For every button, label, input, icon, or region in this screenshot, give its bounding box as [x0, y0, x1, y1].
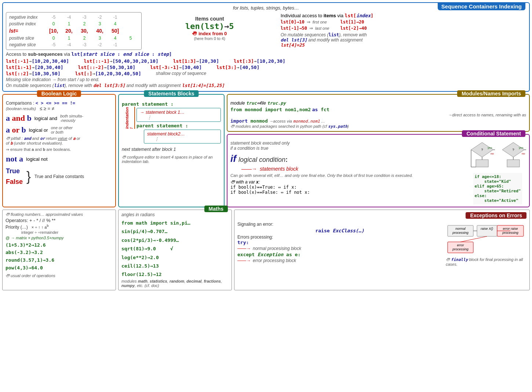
nslice-4: -2	[92, 41, 108, 48]
pslice-5: 4	[108, 35, 123, 41]
stmt-parent2: parent statement :	[136, 123, 221, 128]
bool-a-and-b: a and b	[6, 113, 32, 123]
lst-val-1: [10,	[46, 27, 61, 35]
slice-1-1: lst[:-1]→[10,20,30,40]	[6, 58, 69, 64]
flowchart-1: ? yes no	[469, 141, 495, 170]
bool-results: (boolean results)	[6, 106, 36, 111]
try-line: try:	[237, 240, 442, 245]
normal-block: ——→ normal procesising block	[237, 246, 442, 251]
lst-1: lst[-1]→50	[281, 26, 307, 31]
slice-row-2: lst[1:-1]→[20,30,40] lst[::-2]→[50,30,10…	[6, 65, 526, 70]
stmt-with-indent-1: indentation ! →statement block 1… ⋮ pare…	[122, 107, 221, 145]
error-arrow: ——→	[237, 258, 251, 263]
slice-2-2: lst[::-2]→[50,30,10]	[78, 65, 136, 70]
compare-ops: < > <= >= == !=	[36, 101, 75, 106]
pslice-1: 0	[46, 35, 61, 41]
priority: Priority (…) × ÷ ↑ ↑ ab integer ÷ ÷remai…	[6, 224, 113, 235]
pos-slice-label: positive slice	[9, 35, 46, 41]
bool-not-text: logical not	[26, 156, 48, 162]
access-code: lst[	[345, 13, 356, 18]
arr-sym-2: ⇒	[309, 26, 313, 31]
middle-row: Boolean Logic Comparisons : < > <= >= ==…	[2, 94, 530, 207]
arr-sym-1: ⇒	[307, 19, 310, 25]
top-section: Sequence Containers Indexing for lists, …	[2, 2, 530, 92]
last-label: last one	[315, 26, 329, 30]
errors-diagram: normal processing raise X() error proces…	[446, 222, 526, 266]
lst0: lst[0]→10	[281, 19, 305, 25]
errors-box: Exceptions on Errors Signaling an error:…	[234, 210, 530, 290]
svg-text:?: ?	[512, 148, 514, 152]
bool-title: Boolean Logic	[37, 90, 81, 97]
maths-fn-code: from math import sin,pi… sin(pi/4)→0.707…	[121, 219, 229, 279]
errors-flow-svg: normal processing raise X() error proces…	[446, 222, 526, 255]
pos-idx-4: 3	[92, 21, 108, 27]
lst-val-3: 30,	[77, 27, 92, 35]
lst1: lst[1]→20	[340, 19, 364, 25]
bool-var-section: 🖑 with a var x: if bool(x)==True: ⇔ if x…	[230, 179, 466, 195]
value-underline: value	[58, 136, 67, 141]
slice-1-3: lst[1:3]→[20,30]	[173, 58, 219, 64]
access-title: Individual access to items via lst[index…	[281, 13, 523, 18]
maths-float-box: 🖑 floating numbers… approximated values …	[2, 210, 116, 290]
slice-1-2: lst[::-1]→[50,40,30,20,10]	[84, 58, 158, 64]
svg-text:normal: normal	[455, 227, 466, 231]
math-code-4: pow(4,3)→64.0	[6, 264, 113, 272]
stmt-next: next statement after block 1	[122, 147, 221, 152]
cond-can-go: Can go with several elif, elif… and only…	[230, 173, 466, 178]
mod-line-2: from monmod import nom1,nom2 as fct	[230, 107, 526, 112]
len-code: len(lst)→5	[149, 22, 270, 31]
if-keyword: if	[230, 153, 236, 164]
flowcharts: ? yes no	[469, 141, 526, 170]
access-item-4: lst[-2]→40	[340, 26, 367, 31]
subseq-line: Access to sub-sequences via lst[start sl…	[6, 51, 526, 57]
modules-content: module truc⇔file truc.py from monmod imp…	[230, 101, 526, 129]
index-from-0: 🖑 index from 0	[149, 31, 270, 36]
errors-title: Exceptions on Errors	[466, 212, 526, 219]
svg-text:yes: yes	[488, 146, 492, 149]
svg-text:?: ?	[481, 148, 483, 152]
svg-text:no: no	[522, 152, 525, 155]
svg-text:processing: processing	[452, 231, 469, 235]
lst-val-4: 40,	[92, 27, 108, 35]
bool-pitfall: 🖑 pitfall : and and or return value of a…	[6, 136, 112, 146]
svg-text:raise X(): raise X()	[481, 227, 493, 231]
slice-3-2: lst[:]→[10,20,30,40,50]	[75, 71, 141, 76]
pos-idx-5: 4	[108, 21, 123, 27]
svg-line-28	[460, 236, 487, 242]
list-ref: list	[54, 83, 65, 88]
errors-left: Signaling an error: raise ExcClass(…) Er…	[237, 222, 442, 266]
a-ref: a	[73, 136, 76, 141]
errors-title-row: Exceptions on Errors	[237, 212, 526, 220]
access-item-2: lst[-1]→50 ⇒ last one	[281, 26, 329, 31]
page-container: Sequence Containers Indexing for lists, …	[0, 0, 532, 293]
nslice-2: -4	[61, 41, 77, 48]
subseq-code: lst[start slice : end slice : step]	[71, 51, 172, 57]
cond-left: statement block executed onlyif a condit…	[230, 141, 466, 204]
math-code-2: abs(-3.2)→3.2	[6, 249, 113, 257]
indent-marker: indentation !	[125, 107, 135, 145]
cond-condition: logical condition	[238, 156, 285, 164]
cond-right: ? yes no	[469, 141, 526, 204]
stmt-arrow-1: →	[140, 110, 144, 115]
slice-note-2: On mutable sequences (list), remove with…	[6, 83, 526, 88]
mutable-note: On mutable sequences (list), remove with…	[281, 32, 523, 48]
false-val: False	[6, 177, 23, 187]
matrix-note: @ → matrix × python3.5+numpy	[6, 236, 113, 240]
math-code-3: round(3.57,1)→3.6	[6, 257, 113, 264]
pos-slice-row: positive slice 0 1 2 3 4 5	[9, 35, 138, 41]
middle-right: Modules/Names Imports module truc⇔file t…	[227, 94, 530, 207]
slice-rows: lst[:-1]→[10,20,30,40] lst[::-1]→[50,40,…	[6, 58, 526, 76]
bool-brace: }	[26, 170, 31, 183]
cond-content: statement block executed onlyif a condit…	[230, 141, 526, 204]
bool-content: Comparisons : < > <= >= == != (boolean r…	[6, 101, 112, 187]
svg-text:no: no	[491, 152, 494, 155]
access-col1: lst[0]→10 ⇒ first one lst[-1]→50 ⇒ last …	[281, 19, 329, 31]
raise-line: raise ExcClass(…)	[237, 228, 442, 233]
nslice-3: -3	[77, 41, 92, 48]
items-count-box: Items count len(lst)→5 🖑 index from 0 (h…	[149, 12, 270, 50]
neg-idx-1: -5	[46, 14, 61, 21]
sequence-title: Sequence Containers Indexing	[438, 3, 525, 10]
del-slice: del lst[3:5]	[93, 83, 125, 88]
pslice-3: 2	[77, 35, 92, 41]
nslice-5: -1	[108, 41, 123, 48]
